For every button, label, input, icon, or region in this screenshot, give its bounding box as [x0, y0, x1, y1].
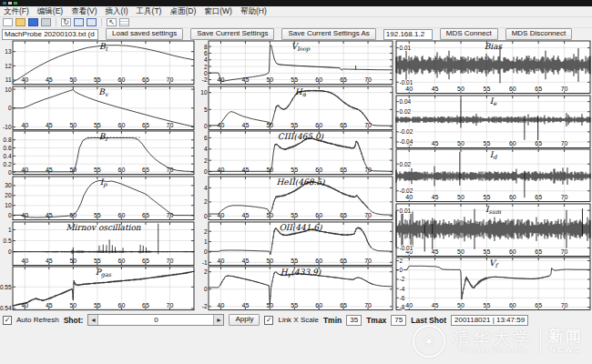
svg-text:60: 60 [118, 212, 126, 218]
svg-text:-0.01: -0.01 [400, 79, 413, 86]
svg-text:10: 10 [5, 86, 12, 92]
save-current-settings-as-button[interactable]: Save Current Settings As [281, 28, 375, 40]
load-saved-settings-button[interactable]: Load saved settings [106, 28, 183, 40]
mds-connect-button[interactable]: MDS Connect [440, 28, 498, 40]
svg-text:0: 0 [400, 268, 403, 274]
plot-panel-h-[interactable]: 404550556065700510Hα [196, 86, 394, 131]
svg-text:45: 45 [432, 140, 439, 147]
svg-text:-6: -6 [400, 295, 405, 301]
svg-text:4: 4 [204, 56, 208, 63]
svg-text:55: 55 [291, 258, 298, 264]
tsinghua-logo-icon: ❀ [413, 325, 445, 358]
shot-increment-arrow[interactable]: ► [213, 315, 223, 325]
svg-text:65: 65 [535, 140, 542, 147]
svg-text:45: 45 [242, 258, 250, 264]
svg-text:55: 55 [484, 302, 491, 308]
plot-panel-oii[interactable]: 40455055606570-1012OII(441.6) [196, 221, 394, 267]
open-folder-icon[interactable] [15, 18, 26, 26]
svg-text:0.6: 0.6 [4, 145, 12, 151]
plot-panel-bt[interactable]: 40455055606570111213Bt [0, 40, 196, 86]
svg-text:0.2: 0.2 [4, 161, 12, 167]
svg-text:55: 55 [291, 212, 298, 218]
svg-text:55: 55 [94, 122, 101, 128]
svg-text:70: 70 [167, 167, 174, 173]
link-x-scale-checkbox[interactable]: ✓ [264, 316, 273, 325]
tmin-field[interactable]: 35 [346, 315, 362, 326]
svg-text:70: 70 [167, 122, 174, 128]
menu-item-6[interactable]: 窗口(W) [204, 6, 232, 17]
svg-text:4: 4 [204, 185, 208, 191]
menu-item-4[interactable]: 工具(T) [137, 6, 162, 17]
apply-button[interactable]: Apply [229, 314, 260, 326]
svg-text:60: 60 [509, 86, 516, 92]
shot-value[interactable]: 0 [98, 316, 213, 324]
plot-panel-pgas[interactable]: 404550556065700.540.55Pgas [0, 266, 196, 311]
svg-text:55: 55 [94, 302, 101, 308]
cursor-arrow-icon[interactable]: ↖ [107, 18, 117, 26]
plot-panel-bv[interactable]: 40455055606570-10010Bv [0, 86, 196, 131]
svg-text:70: 70 [364, 258, 372, 264]
plot-panel-heii[interactable]: 40455055606570024HeII(468.5) [196, 176, 394, 221]
svg-text:50: 50 [457, 86, 464, 92]
svg-text:70: 70 [561, 248, 568, 255]
svg-text:Mirnov oscillation: Mirnov oscillation [66, 223, 140, 232]
mds-ip-field[interactable]: 192.168.1.2 [383, 29, 433, 40]
svg-text:50: 50 [457, 140, 464, 147]
refresh-icon[interactable]: ↻ [61, 18, 71, 26]
svg-text:20: 20 [5, 192, 12, 198]
plot-panel-vloop[interactable]: 40455055606570-202468Vloop [196, 40, 394, 86]
svg-text:65: 65 [340, 212, 347, 218]
new-document-icon[interactable] [3, 18, 13, 26]
svg-text:60: 60 [118, 258, 126, 264]
layout-panel-icon[interactable] [87, 18, 97, 26]
svg-text:45: 45 [46, 302, 53, 308]
svg-text:4: 4 [204, 147, 208, 153]
plot-panel-ie[interactable]: 40455055606570-0.04-0.020.020.04Ie [394, 95, 592, 149]
plot-column-right: 40455055606570-0.010.01Bias4045505560657… [394, 40, 592, 311]
svg-text:70: 70 [364, 167, 372, 173]
menu-item-5[interactable]: 桌面(D) [169, 6, 196, 17]
settings-file-field[interactable]: MachProbe 20200103.txt (d [2, 29, 98, 40]
save-current-settings-button[interactable]: Save Current Settings [190, 28, 274, 40]
menu-item-1[interactable]: 编辑(E) [37, 6, 63, 17]
plot-panel-id[interactable]: 40455055606570-0.020.02Id [394, 148, 592, 203]
watermark-news-en: NEWS [548, 345, 583, 354]
plot-panel-ip[interactable]: 404550556065700102030Ip [0, 176, 196, 221]
svg-text:0: 0 [204, 168, 208, 175]
svg-text:45: 45 [46, 76, 53, 83]
svg-text:-0.01: -0.01 [400, 245, 413, 251]
save-icon[interactable] [28, 18, 38, 26]
svg-text:60: 60 [315, 258, 322, 264]
svg-text:45: 45 [242, 302, 250, 308]
svg-text:-8: -8 [400, 304, 405, 310]
svg-text:65: 65 [142, 167, 149, 173]
print-icon[interactable] [41, 18, 51, 26]
auto-refresh-checkbox[interactable]: ✓ [3, 316, 12, 325]
menu-item-7[interactable]: 帮助(H) [240, 6, 267, 17]
shot-decrement-arrow[interactable]: ◄ [88, 315, 98, 325]
svg-text:0.01: 0.01 [400, 207, 412, 213]
svg-text:8: 8 [204, 44, 208, 50]
plot-panel-bias[interactable]: 40455055606570-0.010.01Bias [394, 40, 592, 95]
menu-item-3[interactable]: 插入(I) [106, 6, 128, 17]
svg-text:55: 55 [94, 212, 101, 218]
menu-item-0[interactable]: 文件(F) [4, 6, 29, 17]
menu-item-2[interactable]: 查看(V) [71, 6, 97, 17]
dock-panel-icon[interactable] [74, 18, 84, 26]
svg-text:40: 40 [405, 194, 413, 200]
svg-text:0.55: 0.55 [0, 284, 12, 290]
plot-panel-ciii[interactable]: 404550556065700246CIII(465.0) [196, 130, 394, 176]
plot-panel-h-[interactable]: 40455055606570-202Hγ(433.9) [196, 266, 394, 311]
plot-panel-br[interactable]: 4045505560657000.20.40.60.8Br [0, 130, 196, 176]
svg-text:-10: -10 [3, 124, 12, 130]
plot-panel-vf[interactable]: 40455055606570-8-6-4-202Vf [394, 257, 592, 311]
plot-panel-mirnov-oscillation[interactable]: 4045505560657000.51Mirnov oscillation [0, 221, 196, 267]
svg-text:65: 65 [340, 167, 347, 173]
plot-panel-isum[interactable]: 40455055606570-0.010.01Isum [394, 203, 592, 258]
mds-disconnect-button[interactable]: MDS Disconnect [505, 28, 573, 40]
shot-spinner[interactable]: ◄ 0 ► [87, 314, 224, 326]
svg-text:70: 70 [364, 122, 372, 128]
svg-text:65: 65 [535, 302, 542, 308]
tmax-field[interactable]: 75 [391, 315, 406, 326]
legend-box-icon[interactable] [119, 18, 129, 26]
